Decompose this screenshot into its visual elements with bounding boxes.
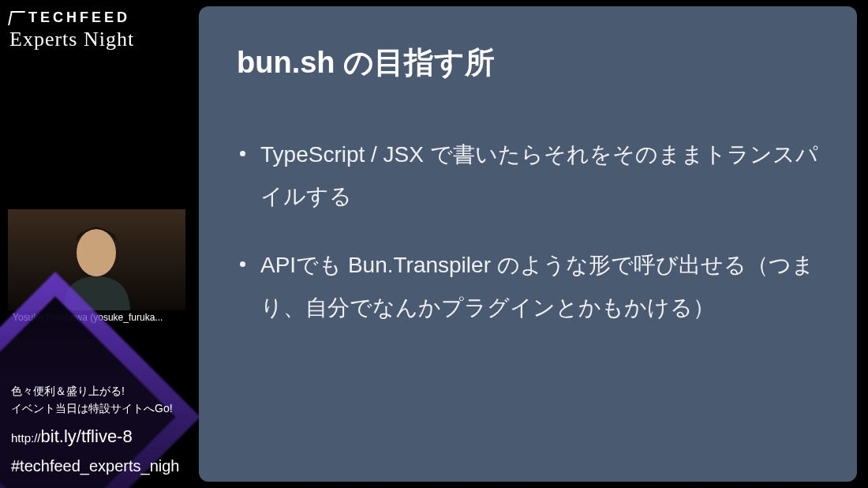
brand-subtitle: Experts Night <box>9 28 134 51</box>
promo-url: http://bit.ly/tflive-8 <box>11 422 193 450</box>
slide-title: bun.sh の目指す所 <box>237 43 819 83</box>
brand-logo: TECHFEED <box>9 9 134 26</box>
presentation-slide: bun.sh の目指す所 TypeScript / JSX で書いたらそれをその… <box>199 6 857 482</box>
stage: TECHFEED Experts Night Yosuke Furukawa (… <box>0 0 868 488</box>
brand-block: TECHFEED Experts Night <box>9 9 134 51</box>
svg-point-1 <box>77 229 116 276</box>
promo-url-prefix: http:// <box>11 431 41 445</box>
left-column: TECHFEED Experts Night Yosuke Furukawa (… <box>0 0 189 488</box>
techfeed-mark-icon <box>8 11 25 25</box>
slide-bullet: APIでも Bun.Transpiler のような形で呼び出せる（つまり、自分で… <box>237 244 819 328</box>
promo-hashtag: #techfeed_experts_nigh <box>11 453 193 479</box>
promo-line-1: 色々便利＆盛り上がる! <box>11 382 193 400</box>
slide-bullet: TypeScript / JSX で書いたらそれをそのままトランスパイルする <box>237 133 819 217</box>
brand-name: TECHFEED <box>28 9 130 26</box>
promo-url-main: bit.ly/tflive-8 <box>41 426 133 446</box>
promo-line-2: イベント当日は特設サイトへGo! <box>11 400 193 417</box>
promo-block: 色々便利＆盛り上がる! イベント当日は特設サイトへGo! http://bit.… <box>11 382 193 479</box>
slide-bullet-list: TypeScript / JSX で書いたらそれをそのままトランスパイルする A… <box>237 133 819 328</box>
